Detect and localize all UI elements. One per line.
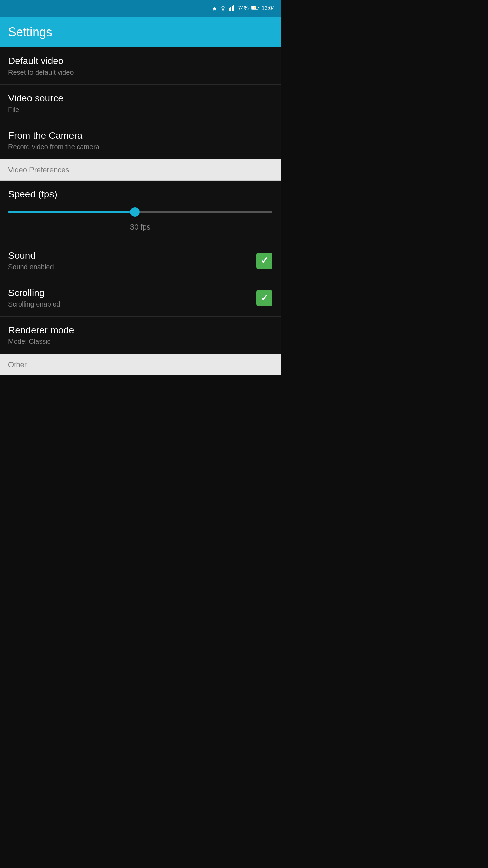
settings-item-subtitle: File:	[8, 106, 272, 114]
svg-rect-2	[232, 6, 233, 11]
settings-item-subtitle: Reset to default video	[8, 68, 272, 76]
settings-item-subtitle: Record video from the camera	[8, 143, 272, 151]
section-header-label: Video Preferences	[8, 165, 69, 174]
svg-text:⚡: ⚡	[253, 6, 257, 9]
settings-item-subtitle: Scrolling enabled	[8, 300, 256, 308]
slider-title: Speed (fps)	[8, 189, 272, 200]
settings-item-content: Scrolling Scrolling enabled	[8, 288, 256, 308]
clock: 13:04	[262, 5, 275, 12]
settings-item-content: From the Camera Record video from the ca…	[8, 130, 272, 151]
settings-item-content: Default video Reset to default video	[8, 56, 272, 76]
svg-rect-1	[230, 7, 231, 11]
wifi-icon	[220, 5, 226, 12]
settings-item-title: From the Camera	[8, 130, 272, 141]
settings-item-speed: Speed (fps) 30 fps	[0, 181, 281, 242]
settings-item-title: Renderer mode	[8, 325, 272, 336]
settings-item-scrolling[interactable]: Scrolling Scrolling enabled ✓	[0, 279, 281, 317]
section-header-label: Other	[8, 360, 27, 369]
settings-item-content: Renderer mode Mode: Classic	[8, 325, 272, 346]
battery-icon: ⚡	[251, 5, 259, 12]
sound-checkbox[interactable]: ✓	[256, 253, 272, 269]
bluetooth-icon: ★	[212, 5, 217, 12]
settings-item-subtitle: Sound enabled	[8, 263, 256, 271]
checkmark-icon: ✓	[261, 255, 268, 266]
slider-value: 30 fps	[8, 223, 272, 232]
settings-list: Default video Reset to default video Vid…	[0, 47, 281, 354]
settings-item-content: Video source File:	[8, 93, 272, 114]
slider-wrapper[interactable]	[8, 206, 272, 217]
settings-item-sound[interactable]: Sound Sound enabled ✓	[0, 242, 281, 279]
svg-rect-3	[233, 5, 234, 11]
settings-item-content: Sound Sound enabled	[8, 250, 256, 271]
signal-icon	[229, 5, 235, 12]
settings-item-from-camera[interactable]: From the Camera Record video from the ca…	[0, 122, 281, 159]
status-bar: ★ 74% ⚡ 13:04	[0, 0, 281, 17]
settings-item-title: Video source	[8, 93, 272, 104]
checkmark-icon: ✓	[261, 292, 268, 303]
app-bar: Settings	[0, 17, 281, 47]
page-title: Settings	[8, 25, 52, 39]
svg-rect-0	[229, 8, 230, 11]
section-header-other: Other	[0, 354, 281, 375]
section-header-video-preferences: Video Preferences	[0, 159, 281, 181]
settings-item-title: Default video	[8, 56, 272, 66]
scrolling-checkbox[interactable]: ✓	[256, 290, 272, 306]
slider-thumb[interactable]	[130, 207, 140, 217]
settings-item-default-video[interactable]: Default video Reset to default video	[0, 47, 281, 85]
settings-item-video-source[interactable]: Video source File:	[0, 85, 281, 122]
status-icons: ★ 74% ⚡ 13:04	[212, 5, 275, 12]
battery-percentage: 74%	[238, 5, 249, 12]
settings-item-title: Sound	[8, 250, 256, 261]
settings-item-renderer-mode[interactable]: Renderer mode Mode: Classic	[0, 317, 281, 354]
settings-item-title: Scrolling	[8, 288, 256, 298]
slider-track-fill	[8, 211, 135, 213]
settings-item-subtitle: Mode: Classic	[8, 338, 272, 346]
